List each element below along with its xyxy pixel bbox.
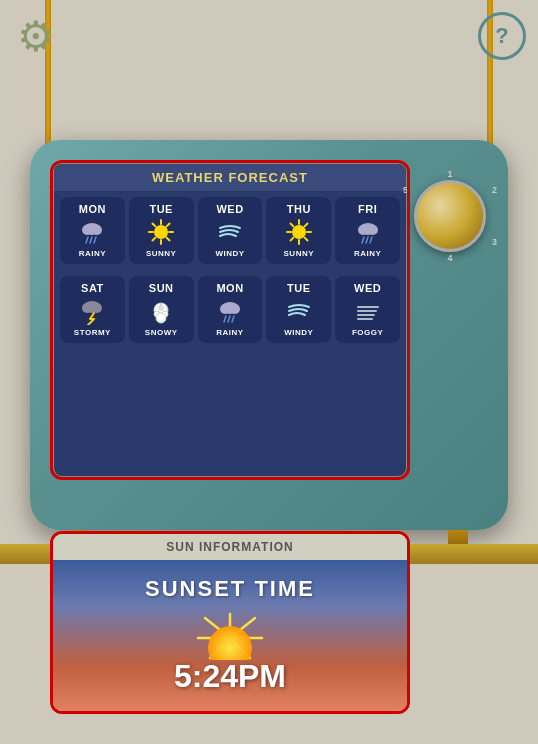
sunset-sun-graphic xyxy=(190,610,270,650)
sunset-display: SUNSET TIME xyxy=(53,560,407,711)
tv-controls: 1 2 3 4 5 xyxy=(410,180,490,252)
svg-line-28 xyxy=(366,237,368,243)
sun-info-header: SUN INFORMATION xyxy=(53,534,407,560)
svg-line-44 xyxy=(232,316,234,322)
weather-card: MON RAINY xyxy=(198,276,263,343)
svg-point-56 xyxy=(208,626,252,660)
weather-card: MON RAINY xyxy=(60,197,125,264)
sun-info-panel: SUN INFORMATION SUNSET TIME xyxy=(50,531,410,714)
sunset-time: 5:24PM xyxy=(174,658,286,695)
svg-point-2 xyxy=(92,225,102,235)
svg-line-42 xyxy=(224,316,226,322)
weather-card: SAT STORMY xyxy=(60,276,125,343)
svg-point-25 xyxy=(358,225,368,235)
svg-line-20 xyxy=(290,224,293,227)
svg-point-26 xyxy=(368,225,378,235)
tv-screen: WEATHER FORECAST MON RAINYTUE SUNNYWED xyxy=(50,160,410,480)
svg-point-41 xyxy=(230,304,240,314)
svg-point-31 xyxy=(82,303,92,313)
svg-line-13 xyxy=(167,224,170,227)
weather-card: TUE SUNNY xyxy=(129,197,194,264)
svg-line-43 xyxy=(228,316,230,322)
gear-icon[interactable]: ⚙ xyxy=(12,12,60,60)
svg-point-36 xyxy=(156,313,166,323)
weather-card: FRI RAINY xyxy=(335,197,400,264)
svg-line-14 xyxy=(153,238,156,241)
channel-knob[interactable]: 1 2 3 4 5 xyxy=(414,180,486,252)
svg-line-5 xyxy=(94,237,96,243)
weather-card: TUE WINDY xyxy=(266,276,331,343)
tv-body: WEATHER FORECAST MON RAINYTUE SUNNYWED xyxy=(30,140,508,530)
svg-line-12 xyxy=(167,238,170,241)
svg-line-29 xyxy=(370,237,372,243)
svg-line-4 xyxy=(90,237,92,243)
weather-card: WED WINDY xyxy=(198,197,263,264)
help-icon[interactable]: ? xyxy=(478,12,526,60)
sunset-title: SUNSET TIME xyxy=(145,576,315,602)
svg-point-1 xyxy=(82,225,92,235)
svg-line-22 xyxy=(304,224,307,227)
forecast-header: WEATHER FORECAST xyxy=(54,164,406,191)
svg-line-23 xyxy=(290,238,293,241)
weather-grid-row1: MON RAINYTUE SUNNYWED xyxy=(54,191,406,270)
svg-point-40 xyxy=(220,304,230,314)
sunset-rays-svg xyxy=(190,610,270,660)
svg-line-21 xyxy=(304,238,307,241)
svg-line-3 xyxy=(86,237,88,243)
svg-line-27 xyxy=(362,237,364,243)
weather-grid-row2: SAT STORMYSUN SNOWYMON RAINYTUE xyxy=(54,270,406,349)
weather-card: THU SUNNY xyxy=(266,197,331,264)
weather-card: WED FOGGY xyxy=(335,276,400,343)
svg-line-11 xyxy=(153,224,156,227)
svg-point-32 xyxy=(92,303,102,313)
weather-card: SUN SNOWY xyxy=(129,276,194,343)
